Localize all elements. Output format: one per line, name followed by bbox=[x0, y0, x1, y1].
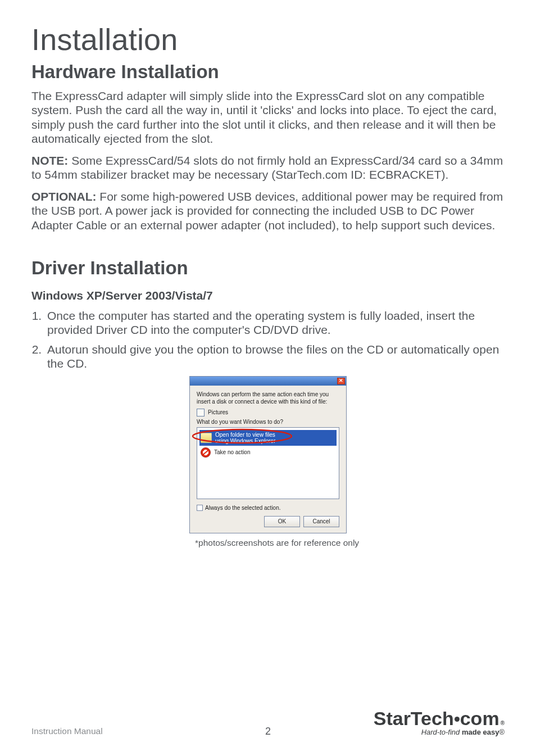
autoplay-dialog-screenshot: ✕ Windows can perform the same action ea… bbox=[189, 376, 347, 548]
dialog-media-row: Pictures bbox=[197, 409, 339, 417]
logo-wordmark: StarTechcom® bbox=[374, 710, 505, 727]
list-item: Autorun should give you the option to br… bbox=[45, 342, 505, 370]
heading-windows: Windows XP/Server 2003/Vista/7 bbox=[31, 288, 505, 303]
cancel-button: Cancel bbox=[303, 516, 339, 527]
dialog-options-list: Open folder to view files using Windows … bbox=[197, 427, 339, 499]
option-open-folder-text: Open folder to view files using Windows … bbox=[215, 432, 275, 444]
folder-icon bbox=[201, 433, 212, 443]
no-action-icon bbox=[201, 447, 211, 458]
paragraph-intro: The ExpressCard adapter will simply slid… bbox=[31, 89, 505, 146]
ok-button: OK bbox=[264, 516, 300, 527]
footer-doc-label: Instruction Manual bbox=[31, 726, 103, 737]
media-label: Pictures bbox=[208, 409, 228, 416]
dialog-window: ✕ Windows can perform the same action ea… bbox=[189, 376, 347, 533]
page-footer: Instruction Manual 2 StarTechcom® Hard-t… bbox=[31, 710, 505, 737]
screenshot-caption: *photos/screenshots are for reference on… bbox=[189, 538, 369, 549]
logo-tagline: Hard-to-find made easy® bbox=[374, 728, 505, 737]
option-take-no-action: Take no action bbox=[199, 446, 337, 459]
dialog-titlebar: ✕ bbox=[190, 377, 346, 386]
page-number: 2 bbox=[265, 726, 271, 738]
optional-label: OPTIONAL: bbox=[31, 190, 97, 203]
close-icon: ✕ bbox=[337, 378, 345, 384]
checkbox-icon bbox=[197, 505, 203, 511]
logo-dot-icon bbox=[455, 717, 460, 722]
paragraph-optional: OPTIONAL: For some high-powered USB devi… bbox=[31, 189, 505, 232]
pictures-icon bbox=[197, 409, 205, 417]
steps-list: Once the computer has started and the op… bbox=[31, 309, 505, 371]
always-do-checkbox-row: Always do the selected action. bbox=[197, 505, 339, 511]
startech-logo: StarTechcom® Hard-to-find made easy® bbox=[374, 710, 505, 737]
paragraph-note: NOTE: Some ExpressCard/54 slots do not f… bbox=[31, 153, 505, 182]
page-title: Installation bbox=[31, 21, 505, 58]
list-item: Once the computer has started and the op… bbox=[45, 309, 505, 337]
option-open-folder: Open folder to view files using Windows … bbox=[199, 430, 337, 446]
dialog-message: Windows can perform the same action each… bbox=[197, 391, 339, 405]
dialog-buttons: OK Cancel bbox=[197, 516, 339, 527]
dialog-body: Windows can perform the same action each… bbox=[190, 386, 346, 532]
note-text: Some ExpressCard/54 slots do not firmly … bbox=[31, 154, 503, 181]
dialog-legend: What do you want Windows to do? bbox=[197, 419, 339, 425]
optional-text: For some high-powered USB devices, addit… bbox=[31, 190, 503, 231]
option-take-no-action-text: Take no action bbox=[214, 449, 251, 455]
note-label: NOTE: bbox=[31, 154, 68, 167]
heading-hardware-installation: Hardware Installation bbox=[31, 61, 505, 83]
heading-driver-installation: Driver Installation bbox=[31, 257, 505, 279]
checkbox-label: Always do the selected action. bbox=[205, 505, 281, 511]
